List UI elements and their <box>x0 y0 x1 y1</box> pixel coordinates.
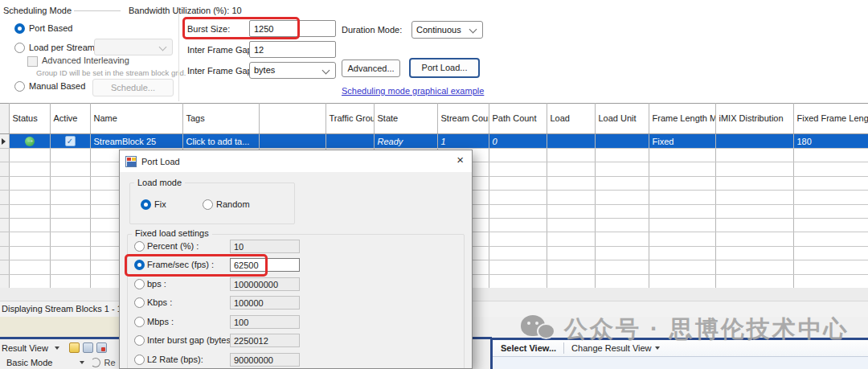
port-load-dialog: Port Load × Load mode Fix Random Fixed l… <box>119 150 473 369</box>
inter-burst-gap-label: Inter burst gap (bytes) : <box>147 335 239 345</box>
col-stream-count[interactable]: Stream Count <box>437 104 489 134</box>
chevron-down-icon[interactable] <box>55 346 59 350</box>
load-per-stream-block-radio[interactable] <box>14 43 25 53</box>
row-selector[interactable] <box>0 134 9 149</box>
kbps-label: Kbps : <box>147 297 172 307</box>
grid-header-row: Status Active Name Tags Traffic Group St… <box>0 104 868 134</box>
chevron-down-icon <box>322 67 330 75</box>
bps-input[interactable] <box>230 277 300 291</box>
chevron-down-icon <box>159 43 167 51</box>
inter-frame-gap-unit-select[interactable]: bytes <box>249 62 336 79</box>
mbps-input[interactable] <box>230 315 300 329</box>
col-imix-distribution[interactable]: iMIX Distribution <box>715 104 793 134</box>
frames-per-sec-label: Frame/sec (fps) : <box>147 260 214 269</box>
fix-radio[interactable] <box>141 199 151 210</box>
active-checkbox[interactable]: ✓ <box>65 136 76 146</box>
col-fixed-frame-length[interactable]: Fixed Frame Length <box>793 104 868 134</box>
advanced-button[interactable]: Advanced... <box>342 59 400 77</box>
frame-length-mode-cell[interactable]: Fixed <box>649 134 715 149</box>
kbps-input[interactable] <box>230 296 300 310</box>
col-load[interactable]: Load <box>547 104 595 134</box>
load-per-stream-dropdown[interactable] <box>94 39 173 55</box>
random-radio[interactable] <box>203 199 213 210</box>
stream-count-cell: 1 <box>437 134 489 149</box>
col-frame-length-mode[interactable]: Frame Length Mode <box>649 104 715 134</box>
lower-strip-left <box>0 317 119 338</box>
col-unnamed[interactable] <box>259 104 326 134</box>
scheduling-mode-title: Scheduling Mode <box>3 6 72 15</box>
fixed-load-group-label: Fixed load settings <box>132 228 212 238</box>
result-grid-icon[interactable] <box>83 342 93 353</box>
col-tags[interactable]: Tags <box>182 104 259 134</box>
tags-cell[interactable]: Click to add ta... <box>182 134 259 149</box>
winform-app-icon <box>125 156 137 167</box>
refresh-label: Re <box>104 358 115 367</box>
duration-mode-select[interactable]: Continuous <box>411 21 483 39</box>
imix-cell[interactable] <box>715 134 793 149</box>
new-result-view-icon[interactable] <box>69 342 80 353</box>
advanced-interleaving-checkbox[interactable] <box>27 56 38 67</box>
load-unit-cell[interactable] <box>595 134 649 149</box>
col-path-count[interactable]: Path Count <box>489 104 547 134</box>
chevron-down-icon[interactable] <box>80 361 84 364</box>
l2-rate-input[interactable] <box>230 353 300 367</box>
divider <box>74 10 121 11</box>
frames-per-sec-radio[interactable] <box>134 260 145 270</box>
grid-corner <box>0 104 9 134</box>
result-view-label[interactable]: Result View <box>2 343 48 353</box>
percent-radio[interactable] <box>134 241 145 252</box>
advanced-interleaving-label: Advanced Interleaving <box>42 55 129 65</box>
inter-frame-gap-input[interactable] <box>249 41 336 58</box>
col-state[interactable]: State <box>374 104 437 134</box>
refresh-icon[interactable] <box>91 358 100 367</box>
inter-frame-gap-label: Inter Frame Gap: <box>187 45 255 55</box>
burst-size-input[interactable] <box>249 20 336 37</box>
active-cell[interactable]: ✓ <box>50 134 90 149</box>
col-load-unit[interactable]: Load Unit <box>595 104 649 134</box>
dialog-title-bar[interactable]: Port Load × <box>120 150 472 172</box>
mbps-radio[interactable] <box>134 317 145 327</box>
name-cell[interactable]: StreamBlock 25 <box>90 134 182 149</box>
col-name[interactable]: Name <box>90 104 182 134</box>
result-grid-red-icon[interactable] <box>96 342 107 353</box>
l2-rate-radio[interactable] <box>134 355 145 365</box>
scheduling-example-link[interactable]: Scheduling mode graphical example <box>342 86 484 96</box>
group-id-note: Group ID will be set in the stream block… <box>36 68 186 77</box>
inter-burst-gap-input[interactable] <box>230 334 300 347</box>
fix-label: Fix <box>154 199 166 209</box>
dialog-title: Port Load <box>141 157 180 166</box>
select-view-button[interactable]: Select View... <box>501 343 556 353</box>
inter-frame-gap-unit-value: bytes <box>254 65 275 75</box>
kbps-radio[interactable] <box>134 297 145 308</box>
manual-based-label: Manual Based <box>29 81 85 91</box>
load-cell[interactable] <box>547 134 595 149</box>
change-result-view-button[interactable]: Change Result View <box>571 343 651 353</box>
col-traffic-group[interactable]: Traffic Group <box>326 104 374 134</box>
duration-mode-value: Continuous <box>416 25 461 35</box>
basic-mode-select[interactable]: Basic Mode <box>6 358 52 367</box>
bps-label: bps : <box>147 279 166 289</box>
port-based-label: Port Based <box>29 23 72 33</box>
scheduling-panel: Scheduling Mode Port Based Load per Stre… <box>0 0 868 103</box>
divider <box>178 13 179 101</box>
manual-based-radio[interactable] <box>14 81 25 92</box>
unnamed-cell <box>259 134 326 149</box>
col-active[interactable]: Active <box>50 104 90 134</box>
chevron-down-icon[interactable] <box>655 346 660 350</box>
percent-label: Percent (%) : <box>147 241 199 251</box>
table-row-streamblock-25[interactable]: ✓ StreamBlock 25 Click to add ta... Read… <box>0 134 868 149</box>
burst-size-label: Burst Size: <box>187 24 230 34</box>
schedule-button[interactable]: Schedule... <box>92 79 174 96</box>
col-status[interactable]: Status <box>9 104 50 134</box>
close-icon[interactable]: × <box>457 154 464 166</box>
bps-radio[interactable] <box>134 279 145 289</box>
percent-input[interactable] <box>230 240 300 253</box>
frames-per-sec-input[interactable] <box>230 258 300 272</box>
port-based-radio[interactable] <box>14 23 25 34</box>
lower-strip-right <box>473 317 868 338</box>
random-label: Random <box>216 199 250 209</box>
port-load-button[interactable]: Port Load... <box>409 58 480 78</box>
inter-burst-gap-radio[interactable] <box>134 335 145 346</box>
fixed-frame-length-cell[interactable]: 180 <box>793 134 868 149</box>
state-cell: Ready <box>374 134 437 149</box>
